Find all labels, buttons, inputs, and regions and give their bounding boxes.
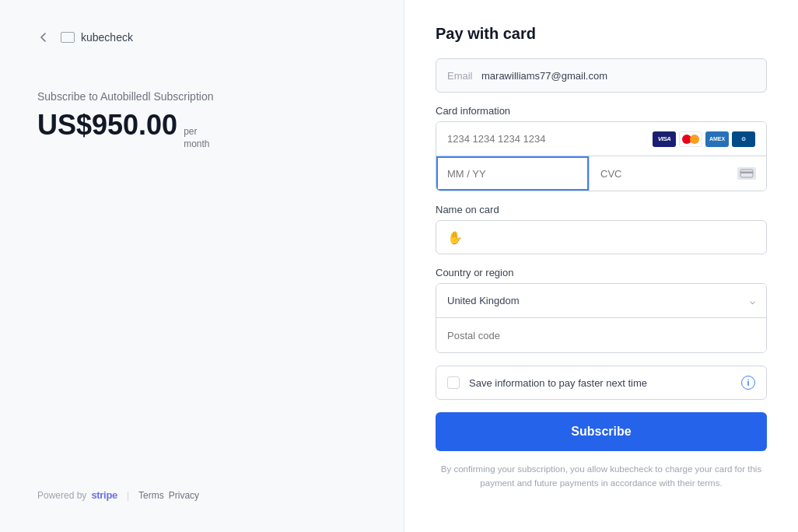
country-label: Country or region: [436, 267, 767, 278]
back-nav: kubecheck: [37, 31, 366, 44]
country-value: United Kingdom: [447, 295, 750, 306]
price-amount: US$950.00: [37, 109, 177, 142]
mm-yy-input[interactable]: [436, 156, 590, 191]
card-info-label: Card information: [436, 105, 767, 117]
cvc-card-icon: [737, 167, 756, 180]
back-button[interactable]: [37, 31, 50, 44]
email-group: Email marawilliams77@gmail.com: [436, 58, 767, 93]
brand-name: kubecheck: [81, 31, 133, 44]
email-label: Email: [447, 70, 475, 82]
page-title: Pay with card: [436, 25, 767, 43]
save-info-checkbox[interactable]: [447, 376, 460, 389]
card-info-wrapper: VISA AMEX ⊙: [436, 121, 767, 191]
privacy-link[interactable]: Privacy: [169, 490, 199, 501]
card-number-row: VISA AMEX ⊙: [436, 122, 766, 156]
price-row: US$950.00 permonth: [37, 109, 366, 150]
svg-rect-1: [740, 172, 753, 174]
subscribe-title: Subscribe to Autobilledl Subscription US…: [37, 90, 366, 150]
country-select[interactable]: United Kingdom ⌵: [436, 284, 766, 318]
price-period: permonth: [184, 126, 209, 150]
info-icon[interactable]: i: [741, 376, 755, 390]
name-label: Name on card: [436, 204, 767, 215]
email-field[interactable]: Email marawilliams77@gmail.com: [436, 58, 767, 93]
mastercard-icon: [679, 131, 702, 147]
save-info-row[interactable]: Save information to pay faster next time…: [436, 366, 767, 400]
footer: Powered by stripe | Terms Privacy: [37, 489, 366, 501]
email-value: marawilliams77@gmail.com: [481, 70, 607, 82]
subscribe-button[interactable]: Subscribe: [436, 412, 767, 451]
diners-icon: ⊙: [732, 131, 755, 147]
card-info-group: Card information VISA AMEX ⊙: [436, 105, 767, 191]
save-info-text: Save information to pay faster next time: [469, 377, 732, 389]
country-group: Country or region United Kingdom ⌵: [436, 267, 767, 353]
stripe-logo: stripe: [91, 489, 117, 501]
cvc-row: [590, 156, 767, 191]
country-region-wrapper: United Kingdom ⌵: [436, 283, 767, 353]
powered-by-label: Powered by: [37, 490, 86, 501]
card-bottom-row: [436, 156, 766, 191]
chevron-down-icon: ⌵: [750, 296, 755, 306]
name-on-card-input[interactable]: ✋: [436, 220, 767, 254]
cvc-input[interactable]: [600, 168, 731, 180]
postal-code-input[interactable]: [436, 318, 766, 352]
right-panel: Pay with card Email marawilliams77@gmail…: [404, 0, 798, 532]
card-icons: VISA AMEX ⊙: [653, 131, 755, 147]
footer-divider: |: [127, 490, 129, 501]
confirm-text: By confirming your subscription, you all…: [436, 462, 767, 491]
cursor-icon: ✋: [447, 230, 463, 245]
visa-icon: VISA: [653, 131, 676, 147]
name-group: Name on card ✋: [436, 204, 767, 254]
terms-link[interactable]: Terms: [138, 490, 164, 501]
tab-icon: [61, 32, 75, 43]
amex-icon: AMEX: [705, 131, 729, 147]
left-panel: kubecheck Subscribe to Autobilledl Subsc…: [0, 0, 404, 532]
card-number-input[interactable]: [447, 133, 653, 145]
